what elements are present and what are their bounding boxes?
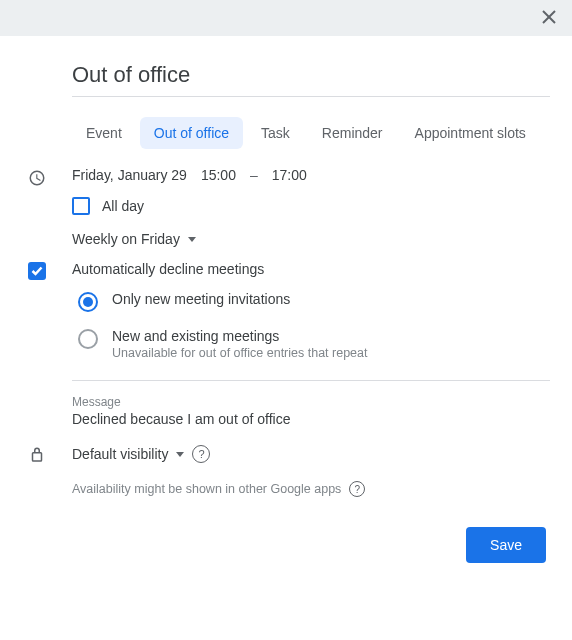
tab-task[interactable]: Task	[247, 117, 304, 149]
date-field[interactable]: Friday, January 29	[72, 167, 187, 183]
recurrence-dropdown[interactable]: Weekly on Friday	[72, 231, 550, 247]
radio-new-and-existing[interactable]	[78, 329, 98, 349]
auto-decline-checkbox[interactable]	[28, 262, 46, 280]
tab-event[interactable]: Event	[72, 117, 136, 149]
radio-only-new[interactable]	[78, 292, 98, 312]
help-icon[interactable]: ?	[349, 481, 365, 497]
all-day-checkbox[interactable]	[72, 197, 90, 215]
divider	[72, 380, 550, 381]
recurrence-label: Weekly on Friday	[72, 231, 180, 247]
radio-only-new-label: Only new meeting invitations	[112, 291, 290, 307]
end-time-field[interactable]: 17:00	[272, 167, 307, 183]
radio-new-and-existing-label: New and existing meetings	[112, 328, 367, 344]
chevron-down-icon	[176, 452, 184, 457]
message-label: Message	[72, 395, 550, 409]
radio-new-and-existing-sub: Unavailable for out of office entries th…	[112, 346, 367, 360]
event-type-tabs: Event Out of office Task Reminder Appoin…	[72, 117, 550, 149]
time-separator: –	[250, 167, 258, 183]
clock-icon	[28, 169, 46, 190]
help-icon[interactable]: ?	[192, 445, 210, 463]
visibility-dropdown[interactable]: Default visibility	[72, 446, 184, 462]
chevron-down-icon	[188, 237, 196, 242]
tab-out-of-office[interactable]: Out of office	[140, 117, 243, 149]
tab-appointment-slots[interactable]: Appointment slots	[401, 117, 540, 149]
close-icon[interactable]	[540, 8, 558, 29]
all-day-label: All day	[102, 198, 144, 214]
tab-reminder[interactable]: Reminder	[308, 117, 397, 149]
visibility-label: Default visibility	[72, 446, 168, 462]
start-time-field[interactable]: 15:00	[201, 167, 236, 183]
decline-message-field[interactable]: Declined because I am out of office	[72, 411, 550, 427]
lock-icon	[28, 446, 46, 467]
availability-note: Availability might be shown in other Goo…	[72, 482, 341, 496]
page-title: Out of office	[72, 62, 550, 94]
save-button[interactable]: Save	[466, 527, 546, 563]
auto-decline-label: Automatically decline meetings	[72, 261, 550, 277]
